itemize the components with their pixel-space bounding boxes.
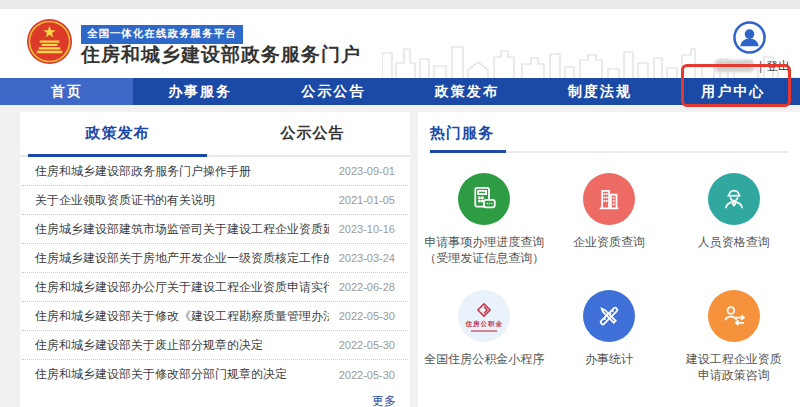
service-label: 企业资质查询 — [573, 234, 645, 250]
news-date: 2022-06-28 — [339, 281, 395, 293]
news-date: 2021-01-05 — [339, 194, 395, 206]
news-panel: 政策发布 公示公告 住房和城乡建设部政务服务门户操作手册 2023-09-01 … — [20, 112, 410, 407]
tab-policy-release[interactable]: 政策发布 — [20, 112, 215, 155]
news-row[interactable]: 住房城乡建设部关于房地产开发企业一级资质核定工作的补充... 2023-03-2… — [22, 244, 408, 273]
hot-services-title: 热门服务 — [430, 124, 788, 143]
news-row[interactable]: 住房和城乡建设部办公厅关于建设工程企业资质申请实行无纸... 2022-06-2… — [22, 273, 408, 302]
header-divider — [430, 151, 788, 153]
service-personnel-qualification[interactable]: 人员资格查询 — [671, 173, 796, 266]
user-avatar-icon[interactable] — [733, 21, 766, 54]
news-list: 住房和城乡建设部政务服务门户操作手册 2023-09-01 关于企业领取资质证书… — [20, 157, 410, 389]
news-title: 住房和城乡建设部关于废止部分规章的决定 — [35, 337, 329, 354]
news-row[interactable]: 住房和城乡建设部政务服务门户操作手册 2023-09-01 — [22, 157, 408, 186]
nav-item-announcements[interactable]: 公示公告 — [267, 78, 400, 105]
user-session-row: | 登出 — [715, 58, 790, 74]
service-enterprise-qualification[interactable]: 企业资质查询 — [547, 173, 672, 266]
service-label: 申请事项办理进度查询 — [424, 234, 544, 250]
policy-consult-icon — [708, 290, 760, 342]
service-policy-consult[interactable]: 建设工程企业资质 申请政策咨询 — [671, 290, 796, 383]
nav-item-home[interactable]: 首页 — [0, 78, 133, 105]
enterprise-qualification-icon — [583, 173, 635, 225]
service-label: 人员资格查询 — [698, 234, 770, 250]
masked-username — [715, 60, 753, 72]
housing-fund-icon: 住房公积金 — [458, 290, 510, 342]
tab-public-notice[interactable]: 公示公告 — [215, 112, 410, 155]
news-row[interactable]: 住房城乡建设部建筑市场监管司关于建设工程企业资质延续有... 2023-10-1… — [22, 215, 408, 244]
news-row[interactable]: 关于企业领取资质证书的有关说明 2021-01-05 — [22, 186, 408, 215]
national-emblem-logo — [26, 18, 73, 65]
site-title: 住房和城乡建设部政务服务门户 — [81, 42, 361, 68]
services-grid: 申请事项办理进度查询 （受理发证信息查询） 企业资质查询 — [418, 153, 800, 383]
service-label: 全国住房公积金小程序 — [424, 351, 544, 367]
service-housing-fund[interactable]: 住房公积金 全国住房公积金小程序 — [422, 290, 547, 383]
news-title: 住房和城乡建设部关于修改《建设工程勘察质量管理办法》的... — [35, 308, 329, 325]
nav-item-regulations[interactable]: 制度法规 — [533, 78, 666, 105]
news-date: 2022-05-30 — [339, 310, 395, 322]
main-nav: 首页 办事服务 公示公告 政策发布 制度法规 用户中心 — [0, 78, 800, 105]
nav-item-user-center[interactable]: 用户中心 — [667, 78, 800, 105]
hot-services-header: 热门服务 — [418, 112, 800, 153]
personnel-qualification-icon — [708, 173, 760, 225]
service-label-line2: 申请政策咨询 — [698, 367, 770, 383]
news-date: 2023-03-24 — [339, 252, 395, 264]
service-label: 建设工程企业资质 — [686, 351, 782, 367]
news-date: 2022-05-30 — [339, 339, 395, 351]
news-title: 住房城乡建设部关于房地产开发企业一级资质核定工作的补充... — [35, 250, 329, 267]
browser-top-strip — [0, 0, 800, 9]
more-link[interactable]: 更多 — [372, 394, 396, 407]
more-row: 更多 — [20, 389, 410, 407]
news-date: 2023-10-16 — [339, 223, 395, 235]
service-statistics[interactable]: 办事统计 — [547, 290, 672, 383]
news-title: 住房和城乡建设部政务服务门户操作手册 — [35, 163, 329, 180]
news-date: 2023-09-01 — [339, 165, 395, 177]
logout-link[interactable]: 登出 — [766, 58, 790, 75]
news-title: 住房城乡建设部建筑市场监管司关于建设工程企业资质延续有... — [35, 221, 329, 238]
statistics-icon — [583, 290, 635, 342]
news-row[interactable]: 住房和城乡建设部关于废止部分规章的决定 2022-05-30 — [22, 331, 408, 360]
news-tabs: 政策发布 公示公告 — [20, 112, 410, 157]
nav-item-policy[interactable]: 政策发布 — [400, 78, 533, 105]
service-progress-query[interactable]: 申请事项办理进度查询 （受理发证信息查询） — [422, 173, 547, 266]
news-title: 住房和城乡建设部办公厅关于建设工程企业资质申请实行无纸... — [35, 279, 329, 296]
news-row[interactable]: 住房和城乡建设部关于修改《建设工程勘察质量管理办法》的... 2022-05-3… — [22, 302, 408, 331]
news-row[interactable]: 住房和城乡建设部关于修改部分部门规章的决定 2022-05-30 — [22, 360, 408, 389]
site-header: 全国一体化在线政务服务平台 住房和城乡建设部政务服务门户 | 登出 — [0, 9, 800, 78]
progress-query-icon — [458, 173, 510, 225]
separator: | — [759, 59, 762, 73]
service-label: 办事统计 — [585, 351, 633, 367]
fund-logo-text: 住房公积金 — [466, 320, 504, 329]
news-title: 关于企业领取资质证书的有关说明 — [35, 192, 329, 209]
service-label-line2: （受理发证信息查询） — [424, 250, 544, 266]
news-date: 2022-05-30 — [339, 369, 395, 381]
nav-item-services[interactable]: 办事服务 — [133, 78, 266, 105]
hot-services-panel: 热门服务 申请事项办理进度查询 （受理发证信息查询） — [418, 112, 800, 407]
fund-logo-subtext-bar — [471, 330, 497, 332]
news-title: 住房和城乡建设部关于修改部分部门规章的决定 — [35, 366, 329, 383]
